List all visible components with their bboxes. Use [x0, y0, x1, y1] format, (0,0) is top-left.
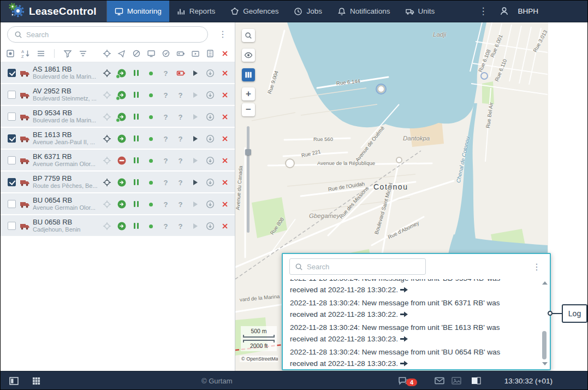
log-search-input[interactable]: [307, 263, 420, 271]
unit-checkbox[interactable]: [8, 178, 16, 186]
image-icon[interactable]: [452, 371, 461, 390]
track-play-icon[interactable]: [188, 158, 203, 163]
log-tab-handle[interactable]: Log: [562, 304, 587, 323]
messages-icon[interactable]: 4: [398, 371, 408, 390]
log-entry-text: 2022-11-28 13:30:24: New message from un…: [290, 348, 500, 367]
go-to-message-icon[interactable]: [400, 287, 408, 293]
follow-unit-icon[interactable]: [203, 156, 217, 165]
unit-row[interactable]: BE 1613 RB Avenue Jean-Paul II, ... ? ?: [1, 128, 235, 150]
track-play-icon[interactable]: [188, 92, 203, 98]
col-motion-icon[interactable]: [114, 49, 129, 58]
tab-monitoring[interactable]: Monitoring: [107, 1, 169, 22]
map-zoom-out-button[interactable]: −: [242, 103, 255, 116]
view-mode-icon[interactable]: [37, 49, 45, 58]
map-zoom-slider[interactable]: [247, 126, 250, 233]
col-location-icon[interactable]: [99, 49, 114, 58]
remove-from-list-icon[interactable]: [217, 222, 232, 230]
layout-panel-icon[interactable]: [471, 371, 481, 390]
unit-checkbox[interactable]: [8, 222, 16, 230]
map-search-button[interactable]: [242, 29, 255, 42]
unit-checkbox[interactable]: [8, 91, 16, 99]
track-play-icon[interactable]: [188, 114, 203, 120]
follow-unit-icon[interactable]: [203, 200, 217, 209]
remove-from-list-icon[interactable]: [217, 113, 232, 121]
unit-row[interactable]: BD 9534 RB Boulevard de la Marin... ? ?: [1, 106, 235, 128]
toggle-left-panel-icon[interactable]: [9, 371, 19, 390]
filter-funnel-icon[interactable]: [63, 49, 72, 58]
locate-unit-icon[interactable]: [99, 178, 114, 187]
remove-from-list-icon[interactable]: [217, 179, 232, 186]
mail-icon[interactable]: [435, 371, 444, 390]
map-layers-button[interactable]: [242, 68, 255, 81]
track-play-icon[interactable]: [188, 223, 203, 229]
follow-unit-icon[interactable]: [203, 222, 217, 231]
log-scrollbar[interactable]: [541, 280, 548, 367]
locate-unit-icon[interactable]: [99, 156, 114, 165]
sort-az-icon[interactable]: AZ: [21, 49, 30, 58]
col-video-icon[interactable]: [188, 49, 203, 58]
topbar-overflow-menu-icon[interactable]: ⋮: [475, 5, 491, 17]
col-validity-icon[interactable]: [158, 49, 173, 58]
locate-unit-icon[interactable]: [99, 222, 114, 231]
go-to-message-icon[interactable]: [400, 336, 408, 342]
locate-unit-icon[interactable]: [99, 69, 114, 78]
col-battery-icon[interactable]: [173, 49, 188, 58]
scroll-up-icon[interactable]: [542, 281, 548, 285]
col-connection-icon[interactable]: [129, 49, 144, 58]
remove-from-list-icon[interactable]: [217, 69, 232, 77]
app-logo[interactable]: LeaseControl: [1, 1, 107, 22]
remove-from-list-icon[interactable]: [217, 91, 232, 99]
track-play-icon[interactable]: [188, 202, 203, 207]
track-play-icon[interactable]: [188, 180, 203, 185]
unit-row[interactable]: BU 0658 RB Cadjehoun, Benin ? ?: [1, 215, 235, 237]
unit-checkbox[interactable]: [8, 156, 16, 164]
locate-unit-icon[interactable]: [99, 91, 114, 99]
follow-unit-icon[interactable]: [203, 91, 217, 99]
unit-row[interactable]: BU 0654 RB Avenue Germain Olor... ? ?: [1, 193, 235, 215]
unit-row[interactable]: AV 2952 RB Boulevard Steinmetz, ... ? ?: [1, 84, 235, 106]
col-screen-icon[interactable]: [144, 49, 158, 58]
tab-reports[interactable]: Reports: [169, 1, 223, 22]
log-overflow-menu-icon[interactable]: ⋮: [530, 262, 543, 272]
unit-checkbox[interactable]: [8, 113, 16, 121]
unit-checkbox[interactable]: [8, 69, 16, 77]
unit-row[interactable]: AS 1861 RB Boulevard de la Marin... ?: [1, 62, 235, 84]
unit-search-box[interactable]: [7, 26, 208, 43]
unit-search-input[interactable]: [26, 31, 201, 39]
col-clear-icon[interactable]: [217, 49, 232, 58]
go-to-message-icon[interactable]: [400, 311, 408, 317]
track-play-icon[interactable]: [188, 70, 203, 76]
scroll-down-icon[interactable]: [542, 362, 548, 365]
follow-unit-icon[interactable]: [203, 113, 217, 121]
apps-grid-icon[interactable]: [32, 371, 40, 390]
visibility-toggle-icon[interactable]: [6, 49, 15, 58]
col-properties-icon[interactable]: [203, 49, 217, 58]
locate-unit-icon[interactable]: [99, 113, 114, 121]
follow-unit-icon[interactable]: [203, 69, 217, 78]
scrollbar-thumb[interactable]: [542, 331, 547, 359]
panel-overflow-menu-icon[interactable]: ⋮: [216, 29, 230, 39]
unit-row[interactable]: BP 7759 RB Route des Pêches, Be... ? ?: [1, 172, 235, 193]
track-play-icon[interactable]: [188, 136, 203, 141]
locate-unit-icon[interactable]: [99, 200, 114, 209]
tab-geofences[interactable]: Geofences: [223, 1, 286, 22]
map-zoom-in-button[interactable]: +: [242, 87, 255, 101]
go-to-message-icon[interactable]: [400, 361, 408, 367]
remove-from-list-icon[interactable]: [217, 135, 232, 143]
unit-row[interactable]: BK 6371 RB Avenue Germain Olor... ? ?: [1, 150, 235, 172]
remove-from-list-icon[interactable]: [217, 157, 232, 164]
locate-unit-icon[interactable]: [99, 134, 114, 143]
remove-from-list-icon[interactable]: [217, 200, 232, 208]
tab-units[interactable]: Units: [398, 1, 443, 22]
follow-unit-icon[interactable]: [203, 134, 217, 143]
map-zoom-slider-handle[interactable]: [245, 149, 251, 155]
filter-list-icon[interactable]: [79, 49, 87, 58]
follow-unit-icon[interactable]: [203, 178, 217, 187]
tab-notifications[interactable]: Notifications: [330, 1, 398, 22]
unit-checkbox[interactable]: [8, 134, 16, 143]
user-name[interactable]: BHPH: [518, 7, 538, 15]
log-search-box[interactable]: [289, 258, 426, 275]
map-visibility-button[interactable]: [242, 49, 255, 62]
unit-checkbox[interactable]: [8, 200, 16, 208]
tab-jobs[interactable]: Jobs: [286, 1, 330, 22]
